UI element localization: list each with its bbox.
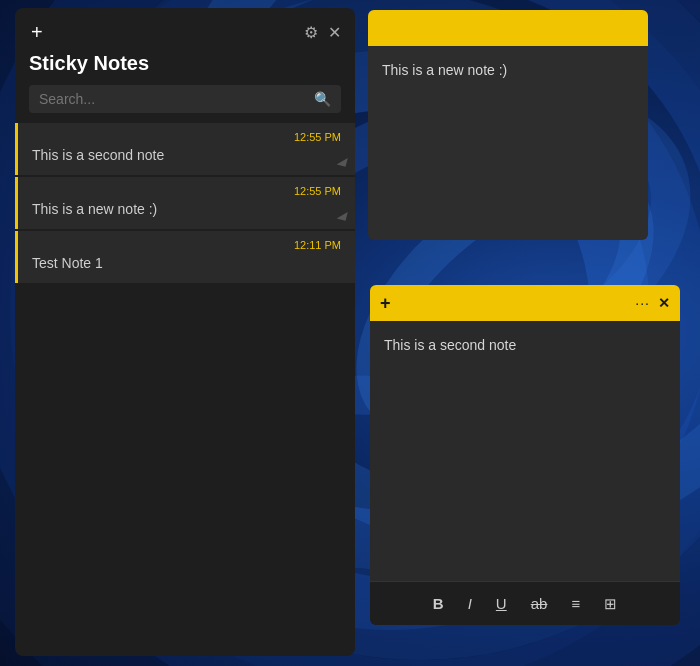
notes-list: 12:55 PM This is a second note ◢ 12:55 P… bbox=[15, 123, 355, 656]
panel-header: + ⚙ ✕ bbox=[15, 8, 355, 52]
note-time: 12:11 PM bbox=[294, 239, 341, 251]
note-more-button[interactable]: ··· bbox=[635, 295, 650, 311]
note-window-new: This is a new note :) bbox=[368, 10, 648, 240]
underline-button[interactable]: U bbox=[492, 591, 511, 616]
panel-header-left: + bbox=[29, 20, 45, 44]
note-window-second: + ··· ✕ This is a second note B I U ab ≡… bbox=[370, 285, 680, 625]
note-item-header: 12:55 PM bbox=[32, 131, 341, 143]
pin-icon: ◢ bbox=[336, 152, 348, 168]
note-item-header: 12:55 PM bbox=[32, 185, 341, 197]
note-preview: Test Note 1 bbox=[32, 255, 341, 271]
search-icon: 🔍 bbox=[314, 91, 331, 107]
pin-icon: ◢ bbox=[336, 206, 348, 222]
note-content-second[interactable]: This is a second note bbox=[370, 321, 680, 581]
note-close-button[interactable]: ✕ bbox=[658, 295, 670, 311]
italic-button[interactable]: I bbox=[464, 591, 476, 616]
note-titlebar-second: + ··· ✕ bbox=[370, 285, 680, 321]
note-time: 12:55 PM bbox=[294, 131, 341, 143]
panel-header-right: ⚙ ✕ bbox=[304, 23, 341, 42]
add-note-button[interactable]: + bbox=[29, 20, 45, 44]
note-toolbar: B I U ab ≡ ⊞ bbox=[370, 581, 680, 625]
bold-button[interactable]: B bbox=[429, 591, 448, 616]
note-preview: This is a second note bbox=[32, 147, 341, 163]
note-list-item-second[interactable]: 12:55 PM This is a second note ◢ bbox=[15, 123, 355, 175]
list-button[interactable]: ≡ bbox=[567, 591, 584, 616]
search-input[interactable] bbox=[39, 91, 306, 107]
note-time: 12:55 PM bbox=[294, 185, 341, 197]
note-item-header: 12:11 PM bbox=[32, 239, 341, 251]
search-container: 🔍 bbox=[29, 85, 341, 113]
notes-panel: + ⚙ ✕ Sticky Notes 🔍 12:55 PM This is a … bbox=[15, 8, 355, 656]
note-tb-right: ··· ✕ bbox=[635, 295, 670, 311]
settings-icon[interactable]: ⚙ bbox=[304, 23, 318, 42]
panel-title: Sticky Notes bbox=[15, 52, 355, 85]
note-titlebar-new bbox=[368, 10, 648, 46]
close-panel-icon[interactable]: ✕ bbox=[328, 23, 341, 42]
note-list-item-test[interactable]: 12:11 PM Test Note 1 bbox=[15, 231, 355, 283]
note-list-item-new[interactable]: 12:55 PM This is a new note :) ◢ bbox=[15, 177, 355, 229]
note-content-new[interactable]: This is a new note :) bbox=[368, 46, 648, 240]
image-button[interactable]: ⊞ bbox=[600, 591, 621, 617]
note-preview: This is a new note :) bbox=[32, 201, 341, 217]
note-add-button[interactable]: + bbox=[380, 293, 391, 314]
note-tb-left: + bbox=[380, 293, 391, 314]
strikethrough-button[interactable]: ab bbox=[527, 591, 552, 616]
